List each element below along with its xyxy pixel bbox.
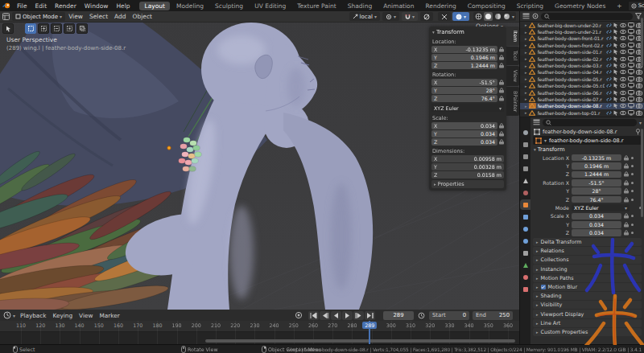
workspace-tab-shading[interactable]: Shading (343, 2, 377, 10)
hide-viewport-icon[interactable] (620, 63, 626, 68)
hide-viewport-icon[interactable] (620, 56, 626, 62)
panel-motion-paths[interactable]: ▸Motion Paths (533, 274, 642, 282)
workspace-tab-layout[interactable]: Layout (139, 2, 170, 10)
sidebar-tab-item[interactable]: Item (506, 27, 519, 46)
viewport-menu-view[interactable]: View (65, 13, 86, 20)
properties-scrollbar[interactable] (641, 129, 643, 217)
timeline-menu-playback[interactable]: Playback (17, 312, 50, 319)
outliner-row[interactable]: ▸feather-body-down-side-07.r (520, 96, 644, 102)
value-field[interactable]: 0.034 (572, 213, 621, 220)
outliner-row[interactable]: ▸feather-body-down-side-05.r (520, 76, 644, 82)
hide-viewport-icon[interactable] (620, 90, 626, 96)
object-name[interactable]: feather-body-down-top-01.r (538, 110, 605, 116)
panel-delta-transform[interactable]: ▸Delta Transform (533, 238, 642, 246)
panel-viewport-display[interactable]: ▸Viewport Display (533, 310, 642, 318)
scale-x-field[interactable]: X0.034 (431, 122, 497, 129)
selectable-toggle-icon[interactable] (613, 49, 618, 55)
scale-z-field[interactable]: Z0.034 (431, 138, 497, 146)
mode-dropdown[interactable]: Object Mode▾ (12, 12, 65, 21)
disable-viewport-icon[interactable] (628, 29, 634, 35)
selectable-toggle-icon[interactable] (613, 43, 618, 48)
playhead-frame-badge[interactable]: 289 (362, 322, 377, 329)
selectable-toggle-icon[interactable] (613, 103, 618, 109)
lock-icon[interactable] (499, 88, 504, 93)
editor-type-icon[interactable] (0, 13, 12, 20)
animate-dot[interactable] (631, 173, 634, 175)
workspace-tab-animation[interactable]: Animation (378, 2, 419, 10)
lock-icon[interactable] (624, 171, 629, 177)
viewport-menu-select[interactable]: Select (86, 13, 111, 20)
disable-viewport-icon[interactable] (628, 103, 634, 109)
small-feather[interactable] (190, 141, 197, 146)
select-mode-extend[interactable] (38, 23, 49, 34)
viewport-menu-object[interactable]: Object (130, 13, 155, 20)
view-layer-icon[interactable] (522, 165, 529, 172)
location-y-field[interactable]: Y0.1946 m (431, 54, 497, 61)
expand-icon[interactable]: ▸ (525, 110, 527, 115)
disable-render-icon[interactable] (636, 76, 642, 82)
lock-icon[interactable] (499, 80, 504, 85)
lock-icon[interactable] (624, 155, 629, 161)
scene-icon[interactable] (522, 177, 529, 184)
disable-viewport-icon[interactable] (628, 83, 634, 88)
value-field[interactable]: 28° (572, 187, 621, 195)
object-data-icon[interactable] (522, 261, 529, 269)
hide-viewport-icon[interactable] (620, 35, 626, 41)
frame-start-field[interactable]: Start0 (429, 311, 469, 320)
object-name[interactable]: feather-body-down-front-01.r (538, 35, 605, 41)
value-field[interactable]: 76.4° (572, 196, 621, 203)
workspace-tab-uv-editing[interactable]: UV Editing (250, 2, 291, 10)
panel-relations[interactable]: ▸Relations (533, 247, 642, 255)
lock-icon[interactable] (499, 139, 504, 145)
outliner-row[interactable]: ▸feather-big-down-under-20.r (520, 22, 644, 28)
dimensions-y-field[interactable]: Y0.00328 m (431, 163, 504, 170)
expand-icon[interactable]: ▸ (525, 50, 527, 55)
value-field[interactable]: 1.2444 m (572, 171, 621, 179)
workspace-tab-rendering[interactable]: Rendering (420, 2, 460, 10)
animate-dot[interactable] (631, 215, 634, 217)
location-x-field[interactable]: X-0.13235 m (431, 46, 497, 53)
outliner-row[interactable]: ▸feather-body-down-side-05.r.001 (520, 83, 644, 89)
hide-viewport-icon[interactable] (620, 110, 626, 116)
selectable-toggle-icon[interactable] (613, 76, 618, 82)
workspace-tab-sculpting[interactable]: Sculpting (210, 2, 248, 10)
disable-viewport-icon[interactable] (628, 63, 634, 68)
expand-icon[interactable]: ▸ (525, 90, 527, 95)
lock-icon[interactable] (624, 188, 629, 194)
hide-viewport-icon[interactable] (620, 23, 626, 28)
selectable-toggle-icon[interactable] (613, 23, 618, 28)
object-name[interactable]: feather-body-down-front-02.r (538, 43, 605, 48)
timeline-editor-icon[interactable] (3, 311, 11, 319)
hide-viewport-icon[interactable] (620, 83, 626, 88)
lock-icon[interactable] (624, 197, 629, 203)
object-name[interactable]: feather-big-down-under-20.r (538, 23, 605, 28)
disable-render-icon[interactable] (636, 103, 642, 109)
transform-section-header[interactable]: ▾Transform (530, 145, 644, 154)
expand-icon[interactable]: ▸ (525, 30, 527, 35)
snap-toggle[interactable]: ▾ (402, 12, 418, 21)
object-name[interactable]: feather-body-down-side-08.r (538, 103, 605, 109)
hide-viewport-icon[interactable] (620, 49, 626, 55)
small-feather[interactable] (195, 152, 202, 157)
lock-icon[interactable] (499, 55, 504, 60)
animate-dot[interactable] (631, 190, 634, 192)
sidebar-tab-bpainter[interactable]: BPainter (506, 87, 519, 116)
outliner-row[interactable]: ▸feather-body-down-top-01.r (520, 109, 644, 116)
lock-icon[interactable] (499, 123, 504, 129)
disable-render-icon[interactable] (636, 90, 642, 96)
outliner-search-input[interactable] (541, 13, 633, 20)
blender-logo-icon[interactable] (2, 2, 10, 9)
outliner-row[interactable]: ▸feather-big-down-under-21.r (520, 28, 644, 35)
render-icon[interactable] (522, 141, 529, 148)
output-icon[interactable] (522, 153, 529, 160)
value-field[interactable]: 0.1946 m (572, 162, 621, 170)
selectable-toggle-icon[interactable] (613, 96, 618, 102)
panel-custom-properties[interactable]: ▸Custom Properties (533, 328, 642, 336)
panel-collections[interactable]: ▸Collections (533, 256, 642, 264)
menu-edit[interactable]: Edit (31, 2, 52, 10)
disable-viewport-icon[interactable] (628, 96, 634, 102)
hide-viewport-icon[interactable] (620, 96, 626, 102)
small-feather[interactable] (179, 158, 186, 163)
timeline-ruler[interactable]: 1101201301401501601701801902002102202302… (0, 321, 519, 332)
object-name[interactable]: feather-body-down-side-05.r (538, 76, 605, 82)
